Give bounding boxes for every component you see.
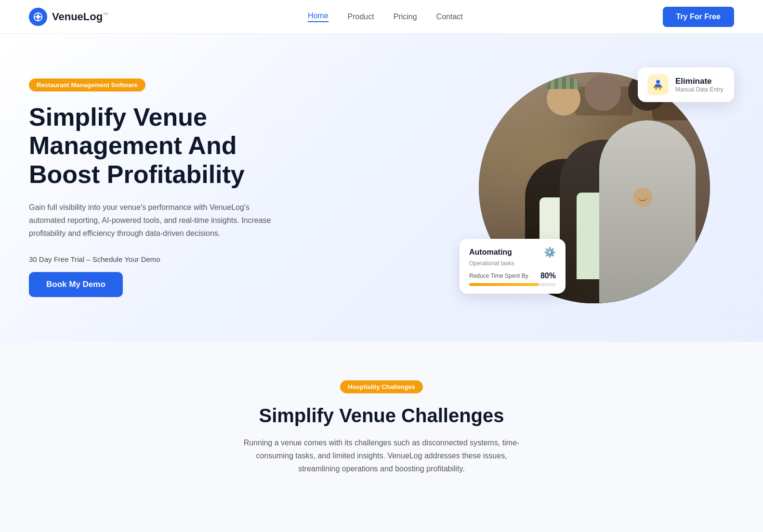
svg-rect-10	[660, 86, 662, 87]
hero-visual: Eliminate Manual Data Entry Automating ⚙…	[455, 63, 734, 313]
book-demo-button[interactable]: Book My Demo	[29, 272, 123, 297]
eliminate-text: Eliminate Manual Data Entry	[675, 77, 723, 93]
hero-title: Simplify Venue Management And Boost Prof…	[29, 103, 279, 189]
automate-icon: ⚙️	[544, 247, 556, 258]
section2-description: Running a venue comes with its challenge…	[237, 436, 526, 476]
nav-home[interactable]: Home	[308, 12, 329, 22]
automate-header: Automating ⚙️	[469, 247, 556, 258]
progress-bar-fill	[469, 283, 539, 286]
person-head-1	[547, 82, 580, 116]
section2-title: Simplify Venue Challenges	[29, 405, 734, 427]
navbar: VenueLog™ Home Product Pricing Contact T…	[0, 0, 763, 34]
hero-content: Restaurant Management Software Simplify …	[29, 78, 279, 298]
nav-product[interactable]: Product	[348, 13, 374, 21]
svg-rect-9	[654, 86, 656, 87]
reduce-percentage: 80%	[540, 272, 556, 280]
person-figure-3	[599, 120, 696, 303]
logo-svg	[33, 12, 43, 22]
svg-point-7	[656, 80, 660, 84]
hero-section: Restaurant Management Software Simplify …	[0, 34, 763, 342]
brand-name: VenueLog™	[52, 11, 108, 23]
eliminate-icon	[647, 74, 669, 95]
progress-bar-background	[469, 283, 556, 286]
person-head-2	[585, 75, 621, 111]
nav-contact[interactable]: Contact	[436, 13, 463, 21]
hospitality-badge: Hospitality Challenges	[340, 380, 422, 393]
automate-title: Automating	[469, 248, 512, 257]
svg-rect-8	[655, 84, 661, 87]
nav-pricing[interactable]: Pricing	[394, 13, 417, 21]
logo-icon	[29, 8, 47, 26]
logo-link[interactable]: VenueLog™	[29, 8, 108, 26]
eliminate-card: Eliminate Manual Data Entry	[638, 67, 734, 102]
hero-badge: Restaurant Management Software	[29, 78, 145, 91]
hero-description: Gain full visibility into your venue's p…	[29, 201, 279, 240]
hero-trial-text: 30 Day Free Trial – Schedule Your Demo	[29, 255, 279, 263]
automate-reduce: Reduce Time Spent By 80%	[469, 272, 556, 280]
eliminate-svg	[651, 78, 665, 91]
reduce-label: Reduce Time Spent By	[469, 272, 528, 279]
challenges-section: Hospitality Challenges Simplify Venue Ch…	[0, 342, 763, 514]
nav-links: Home Product Pricing Contact	[308, 12, 463, 22]
automate-subtitle: Operational tasks	[469, 260, 556, 267]
automate-card: Automating ⚙️ Operational tasks Reduce T…	[460, 239, 566, 294]
svg-rect-5	[655, 88, 657, 90]
try-for-free-button[interactable]: Try For Free	[663, 7, 734, 27]
svg-point-3	[37, 15, 39, 18]
svg-rect-6	[659, 88, 661, 90]
